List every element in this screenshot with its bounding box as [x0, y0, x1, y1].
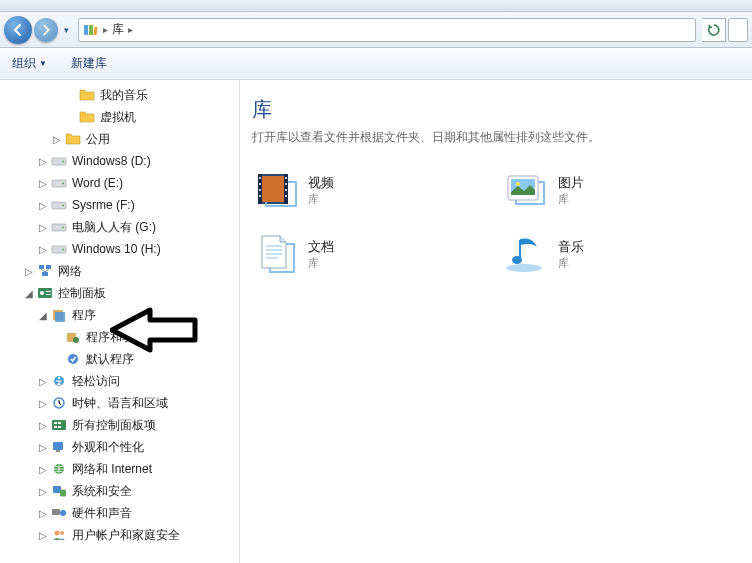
breadcrumb-item[interactable]: 库 [112, 21, 124, 38]
tree-item-5[interactable]: ▷Sysrme (F:) [0, 194, 239, 216]
back-button[interactable] [4, 16, 32, 44]
svg-point-26 [58, 377, 60, 379]
library-item-music[interactable]: 音乐库 [502, 230, 732, 278]
tree-expander-icon[interactable]: ▷ [50, 134, 64, 145]
new-library-label: 新建库 [71, 55, 107, 72]
nav-history-dropdown[interactable]: ▾ [60, 18, 72, 42]
tree-expander-icon[interactable]: ▷ [36, 420, 50, 431]
tree-item-8[interactable]: ▷网络 [0, 260, 239, 282]
page-subtitle: 打开库以查看文件并根据文件夹、日期和其他属性排列这些文件。 [252, 129, 740, 146]
network-icon [36, 263, 54, 279]
tree-item-11[interactable]: 程序和功能 [0, 326, 239, 348]
tree-item-0[interactable]: 我的音乐 [0, 84, 239, 106]
tree-item-15[interactable]: ▷所有控制面板项 [0, 414, 239, 436]
organize-menu[interactable]: 组织 ▼ [12, 55, 47, 72]
music-library-icon [504, 232, 548, 276]
svg-point-12 [62, 249, 64, 251]
tree-item-7[interactable]: ▷Windows 10 (H:) [0, 238, 239, 260]
svg-rect-29 [54, 422, 57, 424]
tree-item-13[interactable]: ▷轻松访问 [0, 370, 239, 392]
pictures-library-icon [504, 168, 548, 212]
drive-icon [50, 153, 68, 169]
tree-item-16[interactable]: ▷外观和个性化 [0, 436, 239, 458]
tree-item-label: Windows8 (D:) [72, 154, 151, 168]
tree-expander-icon[interactable]: ▷ [22, 266, 36, 277]
svg-rect-31 [54, 426, 57, 428]
tree-item-1[interactable]: 虚拟机 [0, 106, 239, 128]
tree-expander-icon[interactable]: ▷ [36, 376, 50, 387]
tree-item-3[interactable]: ▷Windows8 (D:) [0, 150, 239, 172]
svg-point-45 [259, 177, 261, 179]
tree-item-9[interactable]: ◢控制面板 [0, 282, 239, 304]
address-bar[interactable]: ▸ 库 ▸ [78, 18, 696, 42]
tree-expander-icon[interactable]: ▷ [36, 486, 50, 497]
content-pane: 库 打开库以查看文件并根据文件夹、日期和其他属性排列这些文件。 视频库图片库文档… [240, 80, 752, 563]
drive-icon [50, 219, 68, 235]
cp-user-icon [50, 527, 68, 543]
tree-item-2[interactable]: ▷公用 [0, 128, 239, 150]
cpanel-icon [36, 285, 54, 301]
tree-item-4[interactable]: ▷Word (E:) [0, 172, 239, 194]
tree-item-10[interactable]: ◢程序 [0, 304, 239, 326]
tree-expander-icon[interactable]: ▷ [36, 442, 50, 453]
library-type: 库 [308, 256, 334, 271]
folder-icon [78, 109, 96, 125]
svg-point-46 [259, 183, 261, 185]
tree-item-17[interactable]: ▷网络和 Internet [0, 458, 239, 480]
tree-expander-icon[interactable]: ◢ [36, 310, 50, 321]
tree-expander-icon[interactable]: ▷ [36, 222, 50, 233]
tree-item-12[interactable]: 默认程序 [0, 348, 239, 370]
svg-point-51 [285, 189, 287, 191]
svg-point-4 [62, 161, 64, 163]
tree-expander-icon[interactable]: ▷ [36, 244, 50, 255]
tree-item-label: 外观和个性化 [72, 439, 144, 456]
svg-rect-2 [93, 26, 97, 34]
svg-point-39 [55, 531, 60, 536]
svg-point-6 [62, 183, 64, 185]
new-library-button[interactable]: 新建库 [71, 55, 107, 72]
tree-expander-icon[interactable]: ◢ [22, 288, 36, 299]
search-input[interactable] [728, 18, 748, 42]
tree-item-label: 轻松访问 [72, 373, 120, 390]
tree-item-label: 公用 [86, 131, 110, 148]
tree-item-18[interactable]: ▷系统和安全 [0, 480, 239, 502]
svg-point-40 [60, 531, 64, 535]
library-type: 库 [558, 256, 584, 271]
tree-item-label: 用户帐户和家庭安全 [72, 527, 180, 544]
library-item-pictures[interactable]: 图片库 [502, 166, 732, 214]
tree-expander-icon[interactable]: ▷ [36, 398, 50, 409]
tree-item-20[interactable]: ▷用户帐户和家庭安全 [0, 524, 239, 546]
svg-point-23 [73, 337, 79, 343]
tree-expander-icon[interactable]: ▷ [36, 178, 50, 189]
tree-expander-icon[interactable]: ▷ [36, 508, 50, 519]
svg-rect-13 [39, 265, 44, 269]
tree-item-6[interactable]: ▷电脑人人有 (G:) [0, 216, 239, 238]
svg-rect-0 [84, 25, 88, 35]
command-bar: 组织 ▼ 新建库 [0, 48, 752, 80]
library-item-video[interactable]: 视频库 [252, 166, 482, 214]
svg-point-60 [506, 264, 542, 272]
cp-prog-icon [50, 307, 68, 323]
forward-button[interactable] [34, 18, 58, 42]
tree-item-label: 默认程序 [86, 351, 134, 368]
svg-rect-1 [89, 25, 93, 35]
documents-library-icon [254, 232, 298, 276]
tree-item-label: 所有控制面板项 [72, 417, 156, 434]
tree-item-14[interactable]: ▷时钟、语言和区域 [0, 392, 239, 414]
navigation-tree[interactable]: 我的音乐虚拟机▷公用▷Windows8 (D:)▷Word (E:)▷Sysrm… [0, 80, 240, 563]
tree-expander-icon[interactable]: ▷ [36, 464, 50, 475]
svg-rect-32 [58, 426, 61, 428]
breadcrumb-separator-icon: ▸ [128, 24, 133, 35]
library-name: 文档 [308, 238, 334, 256]
breadcrumb-separator-icon: ▸ [103, 24, 108, 35]
folder-icon [64, 131, 82, 147]
tree-item-label: 电脑人人有 (G:) [72, 219, 156, 236]
svg-point-17 [40, 291, 44, 295]
tree-expander-icon[interactable]: ▷ [36, 200, 50, 211]
svg-point-61 [512, 256, 522, 264]
refresh-button[interactable] [702, 18, 726, 42]
tree-expander-icon[interactable]: ▷ [36, 156, 50, 167]
library-item-documents[interactable]: 文档库 [252, 230, 482, 278]
tree-expander-icon[interactable]: ▷ [36, 530, 50, 541]
tree-item-19[interactable]: ▷硬件和声音 [0, 502, 239, 524]
